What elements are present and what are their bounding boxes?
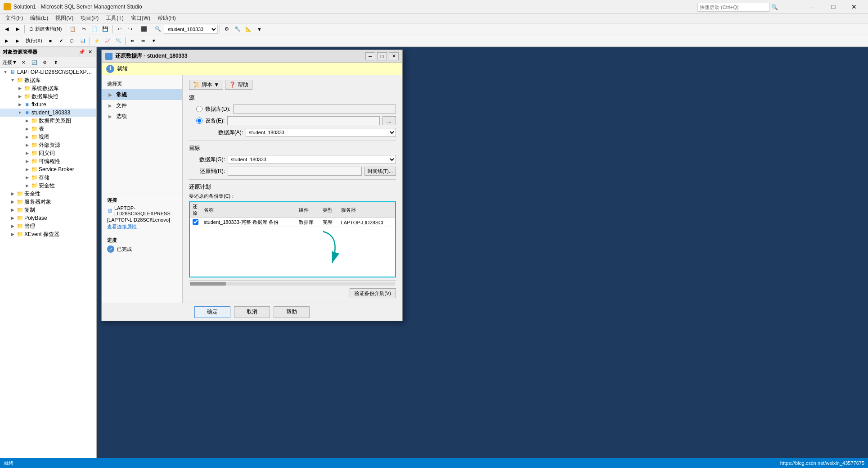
menu-window[interactable]: 窗口(W)	[127, 14, 154, 23]
tree-synonyms[interactable]: ▶ 📁 同义词	[0, 149, 96, 157]
debug-button[interactable]: 🔧	[233, 24, 243, 34]
menu-tools[interactable]: 工具(T)	[102, 14, 127, 23]
connect-button[interactable]: 连接▼	[2, 58, 18, 68]
backup-set-row[interactable]: student_180333-完整 数据库 备份 数据库 完整 LAPTOP-L…	[190, 218, 395, 227]
source-device-path[interactable]: D:\Program Files (x86)\MSSQL15.S	[227, 116, 380, 125]
source-db-radio[interactable]	[196, 106, 202, 112]
dialog-maximize[interactable]: □	[377, 52, 387, 60]
tools-btn-2[interactable]: 📐	[243, 24, 253, 34]
dialog-close[interactable]: ✕	[389, 52, 399, 60]
app-title: Solution1 - Microsoft SQL Server Managem…	[13, 4, 142, 10]
tb2-btn3[interactable]: ✔	[56, 36, 66, 46]
tb2-btn8[interactable]: 📉	[113, 36, 123, 46]
tree-security[interactable]: ▶ 📁 安全性	[0, 190, 96, 198]
toolbar-btn-2[interactable]: ✂	[79, 24, 89, 34]
tree-xevent[interactable]: ▶ 📁 XEvent 探查器	[0, 230, 96, 238]
cancel-button[interactable]: 取消	[234, 306, 270, 318]
browse-button[interactable]: ...	[382, 116, 396, 125]
panel-pin-button[interactable]: 📌	[78, 49, 85, 56]
connection-link[interactable]: 查看连接属性	[107, 223, 177, 230]
toolbar-btn-4[interactable]: 💾	[100, 24, 110, 34]
ok-button[interactable]: 确定	[194, 306, 230, 318]
undo-button[interactable]: ↩	[114, 24, 124, 34]
tree-programmability[interactable]: ▶ 📁 可编程性	[0, 157, 96, 165]
filter-button[interactable]: ⬛	[139, 24, 149, 34]
refresh-button[interactable]: 🔄	[29, 58, 39, 68]
stop-button[interactable]: ■	[45, 36, 55, 46]
tree-server-node[interactable]: ▼ 🖥 LAPTOP-LID28SCI\SQLEXPRES...	[0, 68, 96, 76]
restore-checkbox-cell[interactable]	[190, 218, 201, 227]
target-db-select[interactable]: student_180333	[228, 155, 396, 164]
tb2-btn11[interactable]: ▼	[149, 36, 159, 46]
forward-button[interactable]: ▶	[13, 24, 22, 34]
nav-item-options[interactable]: ▶ 选项	[102, 111, 182, 122]
tree-fixture-db[interactable]: ▶ ■ fixture	[0, 100, 96, 109]
tree-security-student[interactable]: ▶ 📁 安全性	[0, 182, 96, 190]
tree-external-resources[interactable]: ▶ 📁 外部资源	[0, 141, 96, 149]
tree-service-broker[interactable]: ▶ 📁 Service Broker	[0, 165, 96, 173]
settings-button[interactable]: ⚙	[222, 24, 232, 34]
tb2-btn10[interactable]: ➡	[138, 36, 148, 46]
back-button[interactable]: ◀	[2, 24, 12, 34]
tree-tables[interactable]: ▶ 📁 表	[0, 125, 96, 133]
source-db-a-select[interactable]: student_180333	[246, 128, 396, 137]
disconnect-button[interactable]: ✕	[18, 58, 28, 68]
nav-item-files[interactable]: ▶ 文件	[102, 100, 182, 111]
nav-item-general[interactable]: ▶ 常规	[102, 89, 182, 100]
script-button[interactable]: 📜 脚本 ▼	[189, 80, 223, 90]
toolbar-btn-1[interactable]: 📋	[68, 24, 78, 34]
menu-help[interactable]: 帮助(H)	[154, 14, 180, 23]
panel-close-button[interactable]: ✕	[86, 49, 94, 56]
maximize-button[interactable]: □	[823, 0, 844, 14]
target-restore-to-input[interactable]: 上次执行的备份 (2020年5月	[228, 167, 362, 176]
tb2-btn2[interactable]: ▶	[13, 36, 22, 46]
tree-databases-folder[interactable]: ▼ 📁 数据库	[0, 76, 96, 84]
execute-button[interactable]: 执行(X)	[23, 36, 45, 46]
db-selector[interactable]: student_180333	[164, 25, 218, 34]
toolbar-btn-3[interactable]: 📄	[90, 24, 99, 34]
menu-project[interactable]: 项目(P)	[77, 14, 102, 23]
dialog-minimize[interactable]: ─	[365, 52, 375, 60]
search-button[interactable]: 🔍	[153, 24, 163, 34]
tree-views[interactable]: ▶ 📁 视图	[0, 133, 96, 141]
source-device-radio[interactable]	[196, 118, 202, 124]
redo-button[interactable]: ↪	[125, 24, 135, 34]
tree-db-snapshot[interactable]: ▶ 📁 数据库快照	[0, 92, 96, 100]
menu-view[interactable]: 视图(V)	[52, 14, 77, 23]
tb2-btn4[interactable]: ⬡	[67, 36, 77, 46]
view-connection-link[interactable]: 查看连接属性	[107, 223, 137, 230]
object-explorer-panel: 对象资源管理器 📌 ✕ 连接▼ ✕ 🔄 ⚙ ⬆ ▼ 🖥 LAPTOP-LID28…	[0, 47, 97, 467]
tb2-btn7[interactable]: 📈	[103, 36, 112, 46]
tree-polybase[interactable]: ▶ 📁 PolyBase	[0, 214, 96, 222]
tree-server-objects[interactable]: ▶ 📁 服务器对象	[0, 198, 96, 206]
tb2-btn5[interactable]: 📊	[78, 36, 88, 46]
tree-student-db[interactable]: ▼ ■ student_180333	[0, 109, 96, 117]
new-query-button[interactable]: 🗋 新建查询(N)	[27, 24, 64, 34]
tb2-btn6[interactable]: ⚡	[92, 36, 102, 46]
validate-button[interactable]: 验证备份介质(V)	[350, 288, 396, 298]
tree-management[interactable]: ▶ 📁 管理	[0, 222, 96, 230]
quick-launch-input[interactable]	[697, 3, 769, 12]
object-tree[interactable]: ▼ 🖥 LAPTOP-LID28SCI\SQLEXPRES... ▼ 📁 数据库…	[0, 68, 96, 460]
tb2-btn9[interactable]: ⬅	[127, 36, 137, 46]
tools-btn-3[interactable]: ▼	[254, 24, 264, 34]
tree-storage[interactable]: ▶ 📁 存储	[0, 173, 96, 182]
tree-system-db[interactable]: ▶ 📁 系统数据库	[0, 84, 96, 92]
close-button[interactable]: ✕	[844, 0, 864, 14]
source-db-input[interactable]	[233, 105, 396, 114]
timeline-button[interactable]: 时间线(T)...	[364, 167, 396, 176]
minimize-button[interactable]: ─	[802, 0, 823, 14]
menu-edit[interactable]: 编辑(E)	[27, 14, 52, 23]
help-footer-button[interactable]: 帮助	[274, 306, 310, 318]
table-h-scrollbar[interactable]	[189, 280, 396, 286]
expand-icon: ▶	[23, 166, 31, 173]
tree-replication[interactable]: ▶ 📁 复制	[0, 206, 96, 214]
restore-checkbox[interactable]	[193, 219, 198, 225]
filter-tree-button[interactable]: ⚙	[40, 58, 50, 68]
folder-icon: 📁	[31, 182, 38, 189]
collapse-button[interactable]: ⬆	[51, 58, 61, 68]
tree-db-diagram[interactable]: ▶ 📁 数据库关系图	[0, 117, 96, 125]
menu-file[interactable]: 文件(F)	[2, 14, 27, 23]
help-toolbar-button[interactable]: ❓ 帮助	[225, 80, 252, 90]
tb2-btn1[interactable]: ▶	[2, 36, 12, 46]
